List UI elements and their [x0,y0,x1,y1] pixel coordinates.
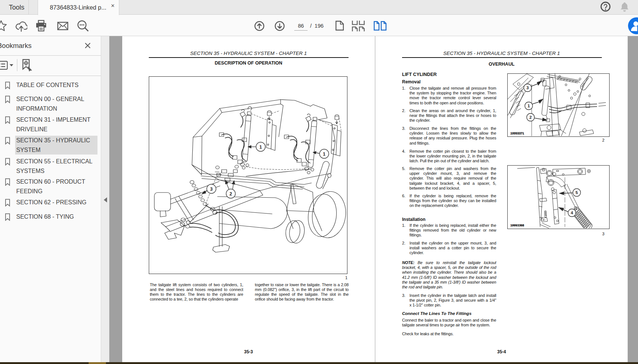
svg-text:1: 1 [323,152,326,157]
svg-text:2: 2 [230,191,232,197]
svg-text:1: 1 [260,145,262,150]
svg-text:1: 1 [528,104,530,108]
svg-text:3: 3 [210,187,213,192]
svg-text:3: 3 [526,86,529,90]
svg-text:4: 4 [571,211,573,215]
svg-text:2: 2 [529,115,532,119]
svg-text:5: 5 [576,190,578,195]
